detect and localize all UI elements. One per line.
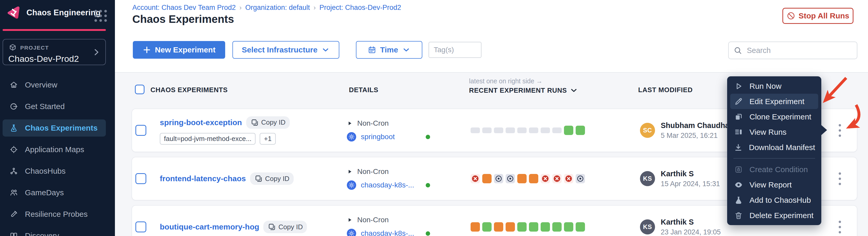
- run-status-passed[interactable]: [564, 126, 573, 135]
- menu-item-view-report[interactable]: View Report: [730, 177, 818, 193]
- modified-by-name: Shubham Chaudhary: [661, 121, 737, 130]
- menu-item-delete-experiment[interactable]: Delete Experiment: [730, 208, 818, 223]
- copy-id-button[interactable]: Copy ID: [246, 116, 290, 129]
- search-box: [728, 41, 857, 59]
- chevron-down-icon: [402, 46, 411, 54]
- run-status-empty[interactable]: [517, 127, 527, 133]
- breadcrumb-link[interactable]: Project: Chaos-Dev-Prod2: [319, 4, 401, 12]
- run-status-running[interactable]: [505, 222, 515, 232]
- menu-item-view-runs[interactable]: View Runs: [730, 124, 818, 140]
- sidebar-item-application-maps[interactable]: Application Maps: [3, 141, 106, 158]
- run-status-running[interactable]: [529, 174, 538, 183]
- run-status-failed[interactable]: [552, 174, 562, 183]
- plus-icon: [143, 46, 151, 54]
- sidebar-item-gamedays[interactable]: GameDays: [3, 184, 106, 201]
- run-status-stopped[interactable]: [576, 174, 585, 183]
- run-status-stopped[interactable]: [505, 174, 515, 183]
- chaos-engineering-app: Chaos Engineering PROJECT Chaos-Dev-Prod…: [0, 0, 868, 236]
- copy-id-label: Copy ID: [278, 223, 303, 231]
- get-started-icon: [9, 102, 18, 111]
- menu-item-label: Add to ChaosHub: [749, 196, 811, 205]
- menu-item-clone-experiment[interactable]: Clone Experiment: [730, 109, 818, 124]
- select-all-checkbox[interactable]: [135, 85, 145, 94]
- copy-id-button[interactable]: Copy ID: [250, 172, 293, 185]
- schedule-type: Non-Cron: [357, 216, 389, 224]
- new-experiment-button[interactable]: New Experiment: [133, 41, 225, 59]
- tags-input[interactable]: [429, 42, 482, 58]
- page-title: Chaos Experiments: [132, 13, 234, 25]
- sidebar-item-label: Resilience Probes: [25, 210, 88, 218]
- run-status-passed[interactable]: [482, 222, 492, 232]
- sidebar-item-discovery[interactable]: Discovery: [3, 227, 106, 236]
- pencil-icon: [734, 97, 743, 106]
- run-status-passed[interactable]: [517, 222, 527, 232]
- run-status-running[interactable]: [494, 222, 503, 232]
- sidebar-item-chaoshubs[interactable]: ChaosHubs: [3, 163, 106, 180]
- menu-item-download-manifest[interactable]: Download Manifest: [730, 140, 818, 155]
- run-status-empty[interactable]: [494, 127, 503, 133]
- run-status-failed[interactable]: [564, 174, 573, 183]
- experiment-checkbox[interactable]: [135, 125, 146, 136]
- experiment-checkbox[interactable]: [135, 222, 146, 232]
- trash-icon: [734, 211, 743, 220]
- sidebar-item-resilience-probes[interactable]: Resilience Probes: [3, 206, 106, 223]
- copy-id-button[interactable]: Copy ID: [263, 221, 307, 233]
- search-input[interactable]: [746, 46, 852, 55]
- column-header-last-modified: LAST MODIFIED: [638, 86, 693, 94]
- experiment-name-link[interactable]: boutique-cart-memory-hog: [160, 223, 259, 231]
- play-icon: [734, 82, 743, 91]
- sidebar-item-label: Get Started: [25, 102, 65, 111]
- column-header-experiments[interactable]: CHAOS EXPERIMENTS: [151, 86, 228, 94]
- menu-item-label: Create Condition: [749, 165, 808, 174]
- sidebar-item-label: Discovery: [25, 231, 59, 236]
- cron-type-icon: [347, 120, 352, 126]
- run-status-empty[interactable]: [552, 127, 562, 133]
- experiment-tag: +1: [260, 133, 276, 145]
- download-icon: [734, 143, 743, 152]
- run-status-passed[interactable]: [576, 126, 585, 135]
- kubernetes-icon: [347, 180, 356, 190]
- sidebar-item-overview[interactable]: Overview: [3, 76, 106, 93]
- copy-id-label: Copy ID: [261, 118, 286, 126]
- modified-date: 5 Mar 2025, 16:21: [661, 131, 737, 140]
- breadcrumb: Account: Chaos Dev Team Prod2›Organizati…: [132, 4, 401, 12]
- run-status-stopped[interactable]: [494, 174, 503, 183]
- run-status-empty[interactable]: [471, 127, 480, 133]
- run-status-empty[interactable]: [540, 127, 550, 133]
- run-status-passed[interactable]: [540, 222, 550, 232]
- row-menu-button[interactable]: [834, 122, 845, 138]
- experiment-name-link[interactable]: spring-boot-exception: [160, 118, 242, 127]
- infrastructure-link[interactable]: springboot: [361, 133, 421, 141]
- run-status-empty[interactable]: [482, 127, 492, 133]
- select-infrastructure-dropdown[interactable]: Select Infrastructure: [232, 41, 339, 59]
- run-status-failed[interactable]: [471, 174, 480, 183]
- run-status-passed[interactable]: [552, 222, 562, 232]
- run-status-empty[interactable]: [505, 127, 515, 133]
- menu-item-edit-experiment[interactable]: Edit Experiment: [730, 94, 818, 109]
- column-header-recent-runs[interactable]: RECENT EXPERIMENT RUNS: [469, 86, 578, 95]
- run-status-failed[interactable]: [540, 174, 550, 183]
- run-status-passed[interactable]: [564, 222, 573, 232]
- time-filter-dropdown[interactable]: Time: [356, 41, 422, 59]
- row-menu-button[interactable]: [834, 171, 845, 186]
- menu-item-run-now[interactable]: Run Now: [730, 79, 818, 94]
- infrastructure-link[interactable]: chaosday-k8s-...: [361, 229, 421, 236]
- breadcrumb-link[interactable]: Account: Chaos Dev Team Prod2: [132, 4, 236, 12]
- breadcrumb-link[interactable]: Organization: default: [245, 4, 310, 12]
- experiment-checkbox[interactable]: [135, 173, 146, 184]
- infrastructure-link[interactable]: chaosday-k8s-...: [361, 181, 421, 189]
- run-status-running[interactable]: [517, 174, 527, 183]
- run-status-running[interactable]: [471, 222, 480, 232]
- run-status-running[interactable]: [482, 174, 492, 183]
- modified-date: 23 Jan 2024, 19:05: [661, 228, 721, 236]
- experiment-name-link[interactable]: frontend-latency-chaos: [160, 174, 246, 183]
- sidebar-item-get-started[interactable]: Get Started: [3, 98, 106, 115]
- sidebar-item-chaos-experiments[interactable]: Chaos Experiments: [3, 119, 106, 137]
- run-status-passed[interactable]: [529, 222, 538, 232]
- run-status-empty[interactable]: [529, 127, 538, 133]
- run-status-passed[interactable]: [576, 222, 585, 232]
- time-label: Time: [380, 46, 398, 54]
- row-menu-button[interactable]: [834, 219, 845, 235]
- stop-all-runs-button[interactable]: Stop All Runs: [782, 8, 854, 24]
- menu-item-add-to-chaoshub[interactable]: Add to ChaosHub: [730, 193, 818, 208]
